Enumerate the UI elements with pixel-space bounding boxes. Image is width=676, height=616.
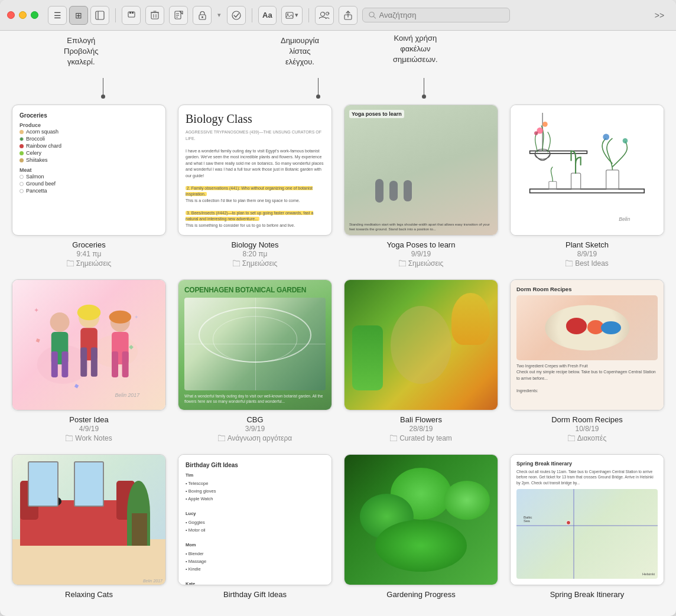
note-info-gardening: Gardening Progress: [344, 590, 498, 599]
note-card-bali[interactable]: Bali Flowers 28/8/19 Curated by team: [344, 279, 498, 442]
note-title-gardening: Gardening Progress: [344, 590, 498, 599]
note-date-plant: 8/9/19: [510, 250, 664, 258]
note-card-cats[interactable]: Belin 2017 Relaxing Cats: [12, 454, 166, 599]
note-thumbnail-biology: Biology Class AGGRESSIVE TRYPANOSOMES (4…: [178, 105, 332, 236]
note-folder-bali: Curated by team: [344, 434, 498, 442]
note-thumbnail-yoga: Yoga poses to learn Standing meditation …: [344, 105, 498, 236]
checklist-button[interactable]: [227, 6, 246, 25]
svg-text:✦: ✦: [34, 307, 39, 314]
note-card-gardening[interactable]: Gardening Progress: [344, 454, 498, 599]
folder-icon-5: [66, 435, 73, 441]
annotation-share-line: [424, 78, 424, 96]
note-thumbnail-bali: [344, 279, 498, 410]
collab-button[interactable]: +: [315, 6, 334, 25]
image-button[interactable]: ▾: [281, 6, 303, 25]
note-title-bali: Bali Flowers: [344, 415, 498, 424]
list-view-button[interactable]: ☰: [48, 6, 67, 25]
note-thumbnail-dorm: Dorm Room Recipes Two Ingredient Crepes …: [510, 279, 664, 410]
note-title-poster: Poster Idea: [12, 415, 166, 424]
note-info-biology: Biology Notes 8:20 πμ Σημειώσεις: [178, 240, 332, 268]
compose-button[interactable]: [169, 6, 188, 25]
note-card-biology[interactable]: Biology Class AGGRESSIVE TRYPANOSOMES (4…: [178, 105, 332, 268]
share-button[interactable]: [339, 6, 358, 25]
format-button[interactable]: Aa: [258, 6, 277, 25]
note-info-groceries: Groceries 9:41 πμ Σημειώσεις: [12, 240, 166, 268]
expand-button[interactable]: >>: [650, 6, 669, 25]
svg-rect-2: [128, 12, 135, 17]
note-folder-dorm: Διακοπές: [510, 434, 664, 442]
note-card-dorm[interactable]: Dorm Room Recipes Two Ingredient Crepes …: [510, 279, 664, 442]
close-button[interactable]: [7, 11, 15, 19]
maximize-button[interactable]: [31, 11, 38, 19]
svg-rect-5: [151, 12, 158, 19]
annotation-checklist-dot: [316, 94, 320, 99]
svg-line-24: [373, 17, 376, 19]
note-card-groceries[interactable]: Groceries Produce Acorn squash Broccoli …: [12, 105, 166, 268]
svg-point-52: [109, 310, 131, 323]
compose-icon: [174, 11, 183, 19]
svg-point-15: [202, 16, 203, 18]
delete-button[interactable]: [145, 6, 164, 25]
svg-rect-4: [132, 12, 134, 14]
svg-rect-26: [530, 151, 587, 154]
pin-button[interactable]: [122, 6, 141, 25]
note-card-birthday[interactable]: Birthday Gift Ideas Tim • Telescope • Bo…: [178, 454, 332, 599]
note-thumbnail-birthday: Birthday Gift Ideas Tim • Telescope • Bo…: [178, 454, 332, 585]
note-folder-cbg: Ανάγνωση αργότερα: [178, 434, 332, 442]
plant-sketch-svg: Belin: [519, 113, 655, 227]
svg-rect-44: [51, 351, 58, 377]
note-thumbnail-cats: Belin 2017: [12, 454, 166, 585]
annotation-share-dot: [422, 94, 426, 99]
svg-point-34: [534, 131, 538, 135]
image-icon: [285, 12, 294, 19]
note-title-dorm: Dorm Room Recipes: [510, 415, 664, 424]
note-date-groceries: 9:41 πμ: [12, 250, 166, 258]
svg-rect-56: [36, 338, 40, 343]
note-card-cbg[interactable]: COPENHAGEN BOTANICAL GARDEN What: [178, 279, 332, 442]
svg-rect-55: [122, 351, 129, 377]
note-folder-yoga: Σημειώσεις: [344, 259, 498, 268]
note-card-plant[interactable]: Belin Plant Sketch 8/9/19 Best Ideas: [510, 105, 664, 268]
svg-rect-29: [606, 170, 619, 189]
note-info-cbg: CBG 3/9/19 Ανάγνωση αργότερα: [178, 415, 332, 442]
separator-3: [308, 8, 309, 22]
sidebar-icon: [95, 11, 105, 20]
sidebar-button[interactable]: [90, 6, 109, 25]
note-date-yoga: 9/9/19: [344, 250, 498, 258]
view-buttons: ☰ ⊞: [48, 6, 109, 25]
search-input[interactable]: [379, 11, 503, 19]
note-title-cats: Relaxing Cats: [12, 590, 166, 599]
note-date-cbg: 3/9/19: [178, 425, 332, 433]
folder-icon-3: [399, 260, 406, 266]
note-card-poster[interactable]: ✦ ✦: [12, 279, 166, 442]
lock-icon: [199, 11, 206, 20]
svg-point-23: [369, 12, 374, 17]
note-folder-poster: Work Notes: [12, 434, 166, 442]
notes-window: ☰ ⊞: [0, 0, 676, 616]
note-folder-plant: Best Ideas: [510, 259, 664, 268]
svg-point-19: [320, 12, 324, 16]
gallery-view-button[interactable]: ⊞: [69, 6, 88, 25]
note-date-poster: 4/9/19: [12, 425, 166, 433]
note-date-bali: 28/8/19: [344, 425, 498, 433]
svg-text:Belin 2017: Belin 2017: [115, 392, 140, 398]
note-card-yoga[interactable]: Yoga poses to learn Standing meditation …: [344, 105, 498, 268]
annotation-gallery-dot: [101, 94, 105, 99]
svg-point-36: [623, 138, 628, 144]
note-info-dorm: Dorm Room Recipes 10/8/19 Διακοπές: [510, 415, 664, 442]
note-date-biology: 8:20 πμ: [178, 250, 332, 258]
annotation-gallery: ΕπιλογήΠροβολήςγκαλερί.: [64, 35, 98, 68]
lock-button[interactable]: [193, 6, 212, 25]
minimize-button[interactable]: [19, 11, 27, 19]
collaborate-icon: +: [319, 11, 330, 19]
note-info-cats: Relaxing Cats: [12, 590, 166, 599]
note-thumbnail-spring: Spring Break Itinerary Check out all rou…: [510, 454, 664, 585]
svg-text:Belin: Belin: [619, 216, 630, 222]
search-box[interactable]: [362, 8, 510, 22]
svg-text:+: +: [327, 11, 330, 15]
folder-icon-6: [218, 435, 225, 441]
note-info-spring: Spring Break Itinerary: [510, 590, 664, 599]
folder-icon-7: [390, 435, 397, 441]
svg-rect-54: [112, 351, 118, 377]
note-card-spring[interactable]: Spring Break Itinerary Check out all rou…: [510, 454, 664, 599]
